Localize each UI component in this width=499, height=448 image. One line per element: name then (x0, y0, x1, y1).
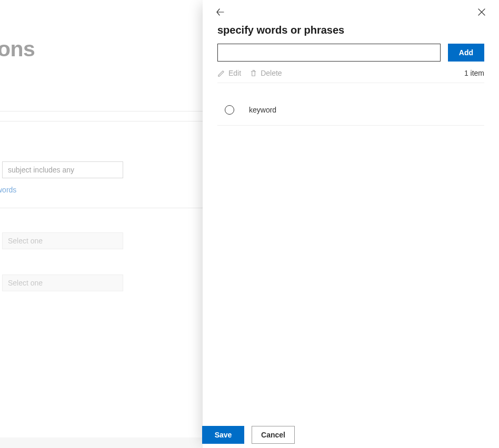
panel-topbar (203, 0, 499, 24)
specify-words-panel: specify words or phrases Add Edit Delete (203, 0, 499, 448)
panel-title: specify words or phrases (217, 24, 484, 36)
pencil-icon (217, 69, 225, 77)
divider (0, 111, 203, 111)
condition-helper: includes any of these words Enter words (0, 186, 200, 194)
close-button[interactable] (474, 4, 490, 20)
action-value-select[interactable]: Select one (2, 232, 123, 249)
edit-button[interactable]: Edit (217, 69, 241, 77)
save-button[interactable]: Save (202, 426, 244, 444)
close-icon (477, 8, 486, 16)
divider (0, 208, 203, 208)
cancel-button[interactable]: Cancel (252, 426, 295, 444)
enter-words-link[interactable]: Enter words (0, 186, 16, 194)
background-footer-bar (0, 437, 203, 448)
divider (0, 121, 203, 121)
delete-button[interactable]: Delete (249, 69, 282, 77)
add-button[interactable]: Add (448, 44, 484, 62)
radio-select[interactable] (225, 105, 234, 115)
list-item-label: keyword (249, 106, 276, 114)
do-following-label: owing * (0, 220, 200, 228)
back-button[interactable] (212, 4, 228, 20)
word-input[interactable] (217, 44, 441, 62)
trash-icon (249, 69, 257, 77)
list-item[interactable]: keyword (217, 99, 484, 126)
background-page: rule conditions et conditions for your t… (0, 0, 203, 448)
secondary-value-select[interactable]: Select one (2, 274, 123, 291)
arrow-left-icon (216, 8, 224, 16)
page-subtitle: et conditions for your transport rule (0, 88, 200, 96)
page-title: rule conditions (0, 37, 200, 62)
condition-match-select[interactable]: subject includes any (2, 161, 123, 178)
apply-if-label: ule if * (0, 149, 200, 157)
item-count: 1 item (464, 69, 484, 77)
